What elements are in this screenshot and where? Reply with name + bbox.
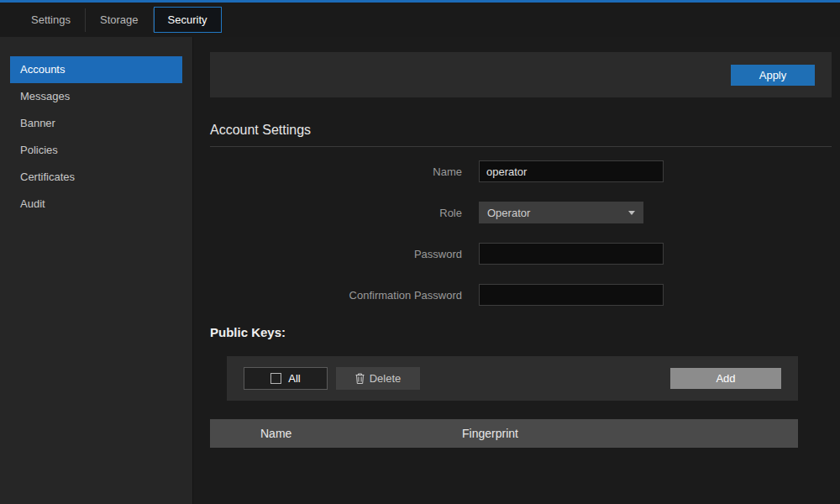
sidebar-item-banner[interactable]: Banner: [10, 110, 182, 137]
column-header-fingerprint: Fingerprint: [462, 427, 798, 440]
section-title-account-settings: Account Settings: [210, 123, 832, 147]
main-content: Apply Account Settings Name Role Operato…: [193, 37, 840, 504]
apply-toolbar: Apply: [210, 52, 832, 97]
chevron-down-icon: [628, 211, 635, 215]
select-all-button[interactable]: All: [244, 367, 328, 390]
name-label: Name: [210, 165, 462, 178]
sidebar-item-messages[interactable]: Messages: [10, 83, 182, 110]
password-label: Password: [210, 248, 462, 260]
confirmation-password-label: Confirmation Password: [210, 289, 462, 302]
confirmation-password-input[interactable]: [479, 284, 664, 306]
sidebar: Accounts Messages Banner Policies Certif…: [0, 37, 193, 504]
sidebar-item-certificates[interactable]: Certificates: [10, 164, 182, 191]
password-input[interactable]: [479, 243, 664, 265]
role-selected-value: Operator: [487, 207, 530, 219]
delete-button[interactable]: Delete: [336, 367, 420, 390]
form-row-confirmation-password: Confirmation Password: [210, 284, 832, 306]
account-settings-form: Name Role Operator Password: [210, 160, 832, 306]
top-navigation: Settings Storage Security: [0, 0, 840, 37]
sidebar-item-policies[interactable]: Policies: [10, 137, 182, 164]
role-label: Role: [210, 207, 462, 219]
select-all-label: All: [288, 372, 300, 385]
sidebar-item-accounts[interactable]: Accounts: [10, 56, 182, 83]
tab-storage[interactable]: Storage: [86, 7, 153, 33]
delete-label: Delete: [370, 372, 402, 385]
tab-settings[interactable]: Settings: [17, 7, 85, 33]
column-header-name: Name: [210, 427, 462, 440]
name-input[interactable]: [479, 160, 664, 182]
checkbox-unchecked-icon[interactable]: [270, 373, 281, 384]
apply-button[interactable]: Apply: [731, 65, 815, 86]
public-keys-table-header: Name Fingerprint: [210, 419, 798, 448]
content-row: Accounts Messages Banner Policies Certif…: [0, 37, 840, 504]
public-keys-title: Public Keys:: [210, 325, 832, 339]
add-button[interactable]: Add: [670, 368, 781, 389]
role-select[interactable]: Operator: [479, 202, 643, 223]
form-row-role: Role Operator: [210, 202, 832, 223]
app-window: Settings Storage Security Accounts Messa…: [0, 0, 840, 504]
trash-icon: [355, 373, 365, 384]
form-row-name: Name: [210, 160, 832, 182]
public-keys-toolbar: All Delete Add: [227, 356, 798, 401]
form-row-password: Password: [210, 243, 832, 265]
tab-security[interactable]: Security: [154, 7, 222, 33]
sidebar-item-audit[interactable]: Audit: [10, 191, 182, 218]
